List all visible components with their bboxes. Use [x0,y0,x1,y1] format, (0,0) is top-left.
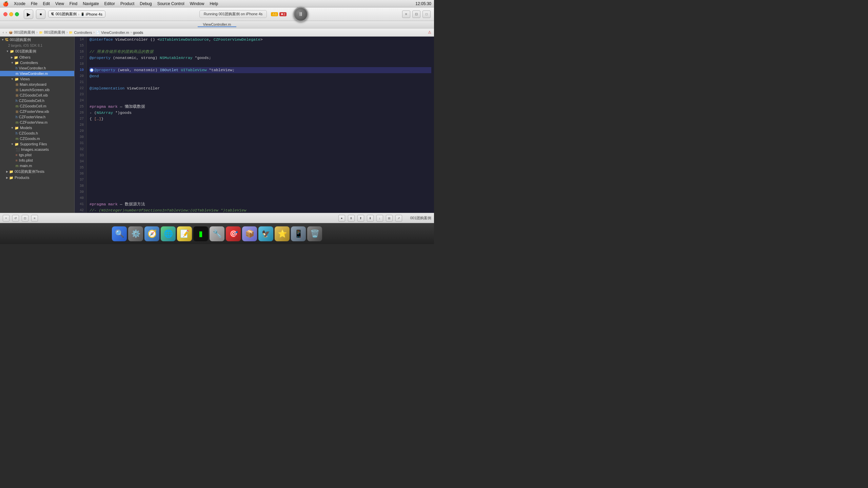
recent-button[interactable]: ⊡ [22,215,28,222]
sidebar-item-czgoods-m[interactable]: m CZGoods.m [0,136,74,141]
debug-btn-3[interactable]: ⬆ [357,215,364,222]
sidebar-item-images-xcassets[interactable]: ⬛ Images.xcassets [0,147,74,152]
sidebar-label-launch: LaunchScreen.xib [20,88,50,92]
nav-back-icon[interactable]: ‹ [3,31,4,34]
debug-btn-2[interactable]: ⏸ [348,215,355,222]
dock-app-2[interactable]: 🦅 [258,226,273,241]
debug-btn-6[interactable]: ⊞ [386,215,393,222]
breadcrumb-sep-2: › [66,30,67,34]
line-42: 42 [77,207,84,213]
plist-icon-1: ≡ [16,153,18,157]
dock-app-1[interactable]: 🎯 [226,226,241,241]
debug-btn-1[interactable]: ● [338,215,345,222]
dock-notes[interactable]: 📝 [177,226,192,241]
project-icon: 📦 [9,31,13,34]
sidebar-item-info-plist[interactable]: ≡ Info.plist [0,158,74,163]
scheme-selector[interactable]: 🏗 001团购案例 › 📱 iPhone 4s [48,11,105,18]
run-button[interactable]: ▶ [24,9,33,19]
sidebar-item-main-storyboard[interactable]: ⊞ Main.storyboard [0,82,74,87]
sidebar-item-project[interactable]: ▼ 🏗 001团购案例 [0,37,74,43]
breadcrumb-folder[interactable]: 001团购案例 [44,30,65,35]
scheme-icon: 🏗 [51,13,54,16]
sidebar-item-czfooterview-xib[interactable]: ⊞ CZFooterView.xib [0,109,74,114]
safari-icon: 🌐 [164,229,173,238]
minimize-button[interactable] [9,12,13,16]
sidebar-item-main-m[interactable]: m main.m [0,163,74,168]
dock-instruments[interactable]: 🔧 [210,226,224,241]
active-tab[interactable]: ViewController.m [198,22,237,27]
maximize-button[interactable] [15,12,19,16]
sidebar-item-launchscreen[interactable]: ⊞ LaunchScreen.xib [0,87,74,93]
menu-source-control[interactable]: Source Control [157,1,184,6]
debug-btn-7[interactable]: ↗ [395,215,402,222]
sidebar: ▼ 🏗 001团购案例 2 targets, iOS SDK 8.1 ▼ 📁 0… [0,37,75,213]
sidebar-item-supporting-files[interactable]: ▼ 📁 Supporting Files [0,141,74,147]
menu-help[interactable]: Help [210,1,218,6]
sidebar-label-supporting-files: Supporting Files [20,142,47,146]
menu-find[interactable]: Find [70,1,77,6]
utility-toggle[interactable]: □ [422,11,431,18]
menu-navigate[interactable]: Navigate [83,1,99,6]
navigator-toggle[interactable]: ≡ [402,11,410,18]
stop-button[interactable]: ■ [36,9,45,19]
breadcrumb-project[interactable]: 001团购案例 [14,30,35,35]
breadcrumb-symbol[interactable]: goods [133,30,143,35]
sidebar-item-tgs-plist[interactable]: ≡ tgs.plist [0,152,74,158]
dock-system-prefs[interactable]: ⚙️ [128,226,143,241]
menu-product[interactable]: Product [120,1,134,6]
menu-window[interactable]: Window [190,1,204,6]
dock-terminal[interactable]: ▮ [193,226,208,241]
breakpoint-marker[interactable]: ⬤ [90,68,94,72]
others-folder-icon: 📁 [14,56,18,59]
dock-simulator[interactable]: 📱 [291,226,306,241]
sidebar-item-czfooterview-h[interactable]: h CZFooterView.h [0,114,74,120]
debug-btn-5[interactable]: ↓ [376,215,383,222]
menu-file[interactable]: File [31,1,37,6]
sidebar-item-czgoodscell-m[interactable]: m CZGoodsCell.m [0,103,74,109]
debug-toggle[interactable]: ⊡ [412,11,420,18]
sidebar-item-products[interactable]: ▶ 📁 Products [0,175,74,180]
products-folder-icon: 📁 [9,176,13,180]
sidebar-item-tests[interactable]: ▶ 📁 001团购案例Tests [0,168,74,175]
line-26: 26 [77,110,84,116]
expand-icon: ▼ [6,50,9,53]
sidebar-item-czgoods-h[interactable]: h CZGoods.h [0,130,74,136]
dock-safari[interactable]: 🌐 [161,226,176,241]
sidebar-item-czfooterview-m[interactable]: m CZFooterView.m [0,120,74,125]
menu-view[interactable]: View [55,1,64,6]
history-button[interactable]: ↺ [12,215,19,222]
menu-edit[interactable]: Edit [43,1,50,6]
warning-count[interactable]: ⚠ 1 [271,12,278,16]
close-button[interactable] [3,12,7,16]
menu-xcode[interactable]: Xcode [14,1,25,6]
error-indicator[interactable]: ⚠ [428,30,431,35]
code-lines[interactable]: @interface ViewController () <UITableVie… [87,37,434,213]
apple-menu[interactable]: 🍎 [3,1,8,6]
dock-finder[interactable]: 🔍 [112,226,127,241]
code-line-14: @interface ViewController () <UITableVie… [90,37,431,43]
sidebar-item-views[interactable]: ▼ 📁 Views [0,76,74,82]
debug-btn-4[interactable]: ⬇ [367,215,374,222]
dock-app-3[interactable]: ⭐ [275,226,290,241]
error-count[interactable]: ✖ 2 [279,12,287,16]
sidebar-item-others[interactable]: ▶ 📁 Others [0,55,74,60]
sidebar-item-viewcontroller-h[interactable]: h ViewController.h [0,65,74,71]
menu-debug[interactable]: Debug [140,1,152,6]
dock-filezilla[interactable]: 📦 [242,226,257,241]
sidebar-item-models[interactable]: ▼ 📁 Models [0,125,74,130]
dock-compass[interactable]: 🧭 [144,226,159,241]
sidebar-item-controllers[interactable]: ▼ 📁 Controllers [0,60,74,65]
pause-button[interactable]: ⏸ [293,7,308,22]
filter-button[interactable]: ≡ [31,215,38,222]
sidebar-item-czgoodscell-xib[interactable]: ⊞ CZGoodsCell.xib [0,93,74,98]
breadcrumb-controllers[interactable]: Controllers [74,30,92,35]
dock-trash[interactable]: 🗑️ [307,226,322,241]
breadcrumb-file[interactable]: ViewController.m [101,30,129,35]
sidebar-item-czgoodscell-h[interactable]: h CZGoodsCell.h [0,98,74,103]
sidebar-item-viewcontroller-m[interactable]: m ViewController.m [0,71,74,76]
add-button[interactable]: + [3,215,9,222]
nav-forward-icon[interactable]: › [6,31,7,34]
menu-editor[interactable]: Editor [104,1,115,6]
main-layout: ▼ 🏗 001团购案例 2 targets, iOS SDK 8.1 ▼ 📁 0… [0,37,434,213]
sidebar-root-folder[interactable]: ▼ 📁 001团购案例 [0,48,74,55]
